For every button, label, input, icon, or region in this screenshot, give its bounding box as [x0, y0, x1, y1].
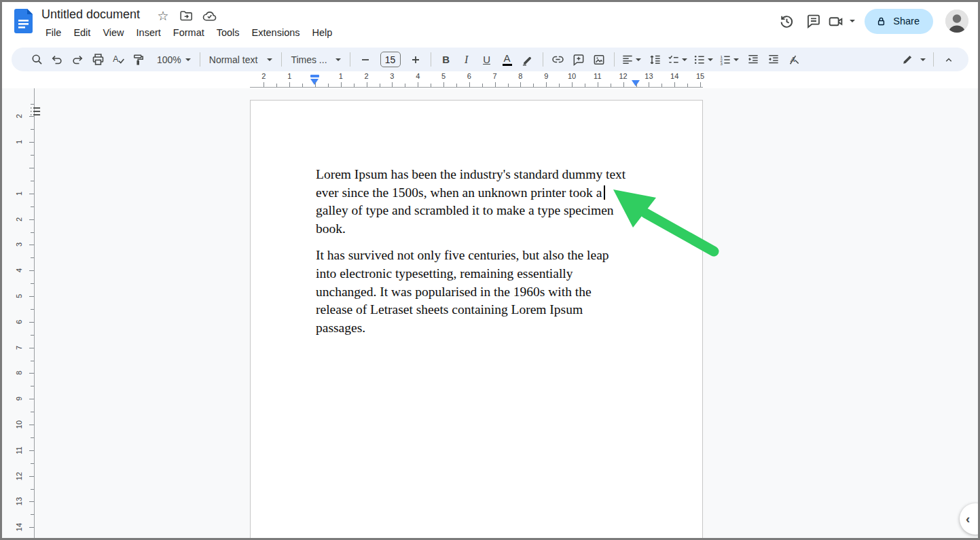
meet-video-button[interactable] — [827, 13, 855, 30]
toolbar: A 100% Normal text Times ... — [12, 48, 968, 71]
star-icon[interactable]: ☆ — [155, 7, 171, 24]
ruler-tick — [29, 219, 34, 220]
redo-icon[interactable] — [67, 50, 88, 70]
ruler-number: 14 — [668, 72, 681, 80]
horizontal-ruler: 21123456789101112131415 — [0, 71, 980, 88]
ruler-tick — [31, 257, 34, 258]
paragraph: It has survived not only five centuries,… — [316, 247, 642, 337]
ruler-number: 3 — [15, 239, 26, 250]
chevron-down-icon[interactable] — [708, 58, 713, 61]
line-spacing-icon[interactable] — [645, 50, 666, 70]
first-line-indent-marker[interactable] — [310, 75, 319, 77]
ruler-tick — [29, 296, 34, 297]
ruler-tick — [431, 84, 431, 87]
chevron-down-icon[interactable] — [920, 58, 926, 61]
ruler-tick — [636, 84, 637, 87]
highlight-color-icon[interactable] — [518, 50, 538, 70]
ruler-number: 7 — [15, 342, 26, 353]
chevron-down-icon[interactable] — [682, 58, 687, 61]
ruler-tick — [31, 155, 34, 156]
move-folder-icon[interactable] — [178, 7, 194, 24]
hide-menus-icon[interactable] — [939, 50, 959, 70]
bulleted-list-icon[interactable] — [691, 50, 708, 70]
menu-insert[interactable]: Insert — [130, 25, 167, 40]
ruler-number: 9 — [539, 72, 553, 80]
search-icon[interactable] — [26, 50, 47, 70]
ruler-tick — [29, 168, 34, 168]
align-left-icon[interactable] — [619, 50, 636, 70]
spellcheck-icon[interactable]: A — [108, 50, 128, 70]
ruler-tick — [31, 386, 34, 386]
text-color-button[interactable]: A — [497, 50, 518, 70]
comments-icon[interactable] — [800, 7, 827, 35]
italic-button[interactable]: I — [456, 50, 477, 70]
clear-formatting-icon[interactable]: A — [784, 50, 804, 70]
share-button[interactable]: Share — [865, 9, 933, 34]
collapse-side-panel-button[interactable]: ‹ — [960, 503, 980, 535]
menu-edit[interactable]: Edit — [67, 25, 96, 40]
menu-extensions[interactable]: Extensions — [246, 25, 306, 40]
menu-format[interactable]: Format — [167, 25, 211, 40]
numbered-list-icon[interactable]: 1 2 3 — [717, 50, 733, 70]
left-indent-triangle[interactable] — [310, 79, 319, 85]
ruler-number: 3 — [385, 72, 399, 80]
undo-icon[interactable] — [47, 50, 67, 70]
text-line: passages. — [316, 319, 642, 338]
underline-button[interactable]: U — [477, 50, 497, 70]
font-size-input[interactable]: 15 — [380, 52, 401, 67]
add-comment-icon[interactable] — [568, 50, 589, 70]
increase-font-size-button[interactable] — [405, 50, 426, 70]
cloud-saved-icon[interactable] — [201, 7, 217, 24]
decrease-indent-icon[interactable] — [743, 50, 763, 70]
text-line: Lorem Ipsum has been the industry's stan… — [316, 166, 642, 184]
paragraph-style-select[interactable]: Normal text — [205, 50, 277, 70]
ruler-number: 6 — [462, 72, 476, 80]
menu-bar: FileEditViewInsertFormatToolsExtensionsH… — [39, 25, 338, 40]
ruler-tick — [31, 283, 34, 284]
checklist-icon[interactable] — [666, 50, 682, 70]
zoom-select[interactable]: 100% — [153, 50, 195, 70]
ruler-number: 2 — [360, 72, 374, 80]
text-line: book. — [316, 220, 642, 238]
chevron-down-icon[interactable] — [733, 58, 739, 61]
document-title[interactable]: Untitled document — [41, 7, 140, 22]
document-outline-icon[interactable] — [27, 103, 43, 120]
ruler-tick — [559, 84, 560, 87]
ruler-tick — [354, 84, 355, 87]
ruler-tick — [29, 501, 34, 502]
bold-button[interactable]: B — [436, 50, 456, 70]
text-color-letter: A — [504, 53, 511, 63]
ruler-tick — [674, 82, 675, 87]
print-icon[interactable] — [88, 50, 108, 70]
editing-mode-pen-icon[interactable] — [897, 50, 918, 70]
svg-text:A: A — [113, 54, 119, 64]
paint-format-icon[interactable] — [128, 50, 149, 70]
ruler-tick — [380, 84, 380, 87]
menu-help[interactable]: Help — [306, 25, 339, 40]
decrease-font-size-button[interactable] — [355, 50, 376, 70]
share-label: Share — [893, 16, 920, 26]
insert-image-icon[interactable] — [589, 50, 609, 70]
document-text[interactable]: Lorem Ipsum has been the industry's stan… — [316, 166, 642, 346]
insert-link-icon[interactable] — [548, 50, 568, 70]
version-history-icon[interactable] — [773, 7, 800, 35]
menu-view[interactable]: View — [96, 25, 130, 40]
divider — [350, 52, 350, 67]
font-select[interactable]: Times ... — [287, 50, 344, 70]
google-docs-logo-icon[interactable] — [14, 9, 33, 33]
chevron-down-icon[interactable] — [636, 58, 641, 61]
increase-indent-icon[interactable] — [763, 50, 784, 70]
ruler-tick — [29, 527, 34, 528]
text-line: It has survived not only five centuries,… — [316, 247, 642, 265]
ruler-tick — [392, 82, 393, 87]
svg-text:3: 3 — [720, 60, 723, 65]
menu-tools[interactable]: Tools — [211, 25, 246, 40]
document-page[interactable]: Lorem Ipsum has been the industry's stan… — [250, 100, 703, 540]
ruler-tick — [405, 84, 405, 87]
ruler-tick — [31, 309, 34, 310]
menu-file[interactable]: File — [39, 25, 67, 40]
avatar[interactable] — [945, 10, 968, 33]
ruler-tick — [31, 489, 34, 490]
ruler-number: 5 — [15, 291, 26, 302]
ruler-tick — [443, 82, 444, 87]
